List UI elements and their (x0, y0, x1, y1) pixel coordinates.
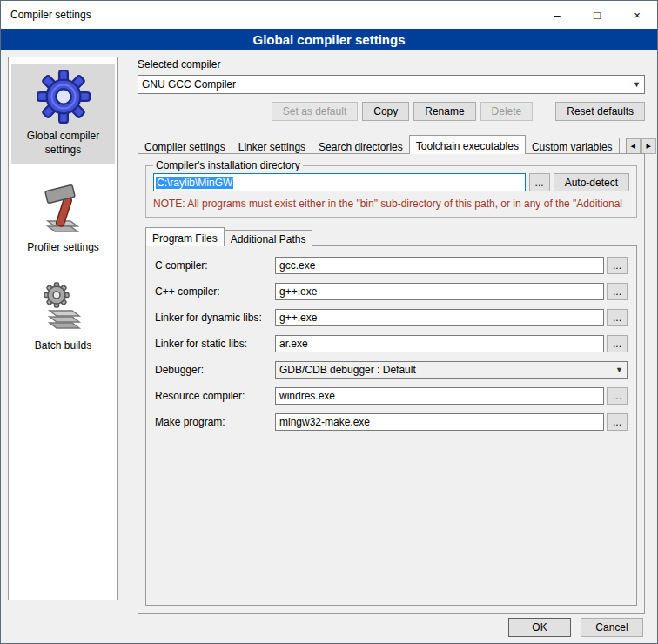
field-row-linker-static: Linker for static libs: ... (155, 335, 628, 352)
browse-button[interactable]: ... (607, 413, 628, 431)
auto-detect-button[interactable]: Auto-detect (554, 173, 629, 191)
tab-build-options[interactable]: Builc (619, 138, 627, 154)
tab-scroll-left-button[interactable]: ◀ (626, 138, 641, 154)
toolchain-executables-panel: Compiler's installation directory C:\ray… (138, 153, 645, 614)
tab-compiler-settings[interactable]: Compiler settings (138, 138, 232, 154)
sidebar-item-label: Profiler settings (27, 241, 99, 255)
browse-button[interactable]: ... (607, 387, 628, 405)
compiler-settings-dialog: Compiler settings – □ × Global compiler … (0, 0, 658, 644)
subtab-program-files[interactable]: Program Files (145, 227, 225, 246)
field-row-cpp-compiler: C++ compiler: ... (155, 283, 628, 300)
gear-icon (37, 70, 91, 124)
field-row-debugger: Debugger: GDB/CDB debugger : Default ▼ (155, 361, 628, 379)
main-area: Selected compiler GNU GCC Compiler ▼ Set… (138, 55, 645, 614)
field-label: Linker for static libs: (155, 338, 275, 350)
selected-compiler-label: Selected compiler (138, 58, 645, 70)
linker-dynamic-input[interactable] (275, 309, 604, 326)
field-row-c-compiler: C compiler: ... (155, 257, 628, 274)
installation-directory-group: Compiler's installation directory C:\ray… (145, 159, 637, 218)
installation-path-input[interactable]: C:\raylib\MinGW (153, 173, 526, 191)
sidebar-item-label: Batch builds (35, 339, 91, 353)
dialog-header: Global compiler settings (1, 29, 657, 50)
linker-static-input[interactable] (275, 335, 604, 352)
sidebar-item-batch-builds[interactable]: Batch builds (11, 276, 115, 360)
browse-path-button[interactable]: ... (529, 173, 550, 191)
browse-button[interactable]: ... (607, 257, 628, 274)
compiler-select[interactable]: GNU GCC Compiler ▼ (138, 75, 645, 94)
compiler-button-row: Set as default Copy Rename Delete Reset … (138, 102, 645, 121)
subtab-strip: Program Files Additional Paths (145, 228, 637, 246)
set-as-default-button[interactable]: Set as default (272, 102, 358, 121)
tab-scroll-right-button[interactable]: ▶ (641, 138, 656, 154)
field-label: Linker for dynamic libs: (155, 312, 275, 324)
sidebar-item-global-compiler-settings[interactable]: Global compiler settings (11, 64, 115, 164)
sidebar-item-profiler-settings[interactable]: Profiler settings (11, 178, 115, 262)
tab-scroll-arrows: ◀ ▶ (626, 138, 656, 154)
field-label: C compiler: (155, 259, 275, 272)
browse-button[interactable]: ... (607, 335, 628, 352)
browse-button[interactable]: ... (607, 309, 628, 326)
note-text: NOTE: All programs must exist either in … (153, 198, 629, 210)
field-label: Debugger: (155, 364, 275, 376)
rename-button[interactable]: Rename (413, 102, 475, 121)
batch-builds-icon (39, 281, 88, 333)
field-label: Resource compiler: (155, 390, 275, 402)
installation-path-selected-text: C:\raylib\MinGW (156, 177, 233, 189)
tab-search-directories[interactable]: Search directories (312, 138, 410, 154)
program-files-panel: C compiler: ... C++ compiler: ... Linker… (145, 245, 637, 606)
sidebar-item-label: Global compiler settings (13, 130, 113, 157)
field-label: C++ compiler: (155, 285, 275, 298)
field-row-make-program: Make program: ... (155, 413, 628, 431)
compiler-select-value: GNU GCC Compiler (142, 78, 236, 91)
ok-button[interactable]: OK (508, 618, 571, 637)
make-program-input[interactable] (275, 413, 604, 431)
settings-sidebar: Global compiler settings Profiler settin… (8, 57, 118, 600)
dialog-footer: OK Cancel (508, 618, 643, 637)
resource-compiler-input[interactable] (275, 387, 604, 405)
chevron-down-icon: ▼ (615, 366, 623, 374)
field-label: Make program: (155, 416, 275, 428)
minimize-button[interactable]: – (537, 2, 577, 29)
window-titlebar: Compiler settings – □ × (1, 1, 657, 29)
cpp-compiler-input[interactable] (275, 283, 604, 300)
browse-button[interactable]: ... (607, 283, 628, 300)
close-button[interactable]: × (617, 2, 657, 29)
subtab-additional-paths[interactable]: Additional Paths (224, 230, 313, 246)
debugger-select-value: GDB/CDB debugger : Default (279, 364, 416, 376)
tab-linker-settings[interactable]: Linker settings (232, 138, 312, 154)
window-title: Compiler settings (1, 9, 537, 21)
tab-strip: Compiler settings Linker settings Search… (138, 135, 645, 154)
tab-custom-variables[interactable]: Custom variables (525, 138, 620, 154)
reset-defaults-button[interactable]: Reset defaults (555, 102, 645, 121)
c-compiler-input[interactable] (275, 257, 604, 274)
field-row-resource-compiler: Resource compiler: ... (155, 387, 628, 405)
delete-button[interactable]: Delete (480, 102, 534, 121)
profiler-icon (39, 183, 88, 235)
cancel-button[interactable]: Cancel (581, 618, 643, 637)
installation-directory-group-title: Compiler's installation directory (153, 159, 303, 171)
installation-path-row: C:\raylib\MinGW ... Auto-detect (153, 173, 629, 191)
maximize-button[interactable]: □ (577, 2, 617, 29)
debugger-select[interactable]: GDB/CDB debugger : Default ▼ (275, 361, 628, 379)
field-row-linker-dynamic: Linker for dynamic libs: ... (155, 309, 628, 326)
tab-toolchain-executables[interactable]: Toolchain executables (409, 135, 526, 154)
chevron-down-icon: ▼ (633, 80, 641, 89)
copy-button[interactable]: Copy (362, 102, 409, 121)
